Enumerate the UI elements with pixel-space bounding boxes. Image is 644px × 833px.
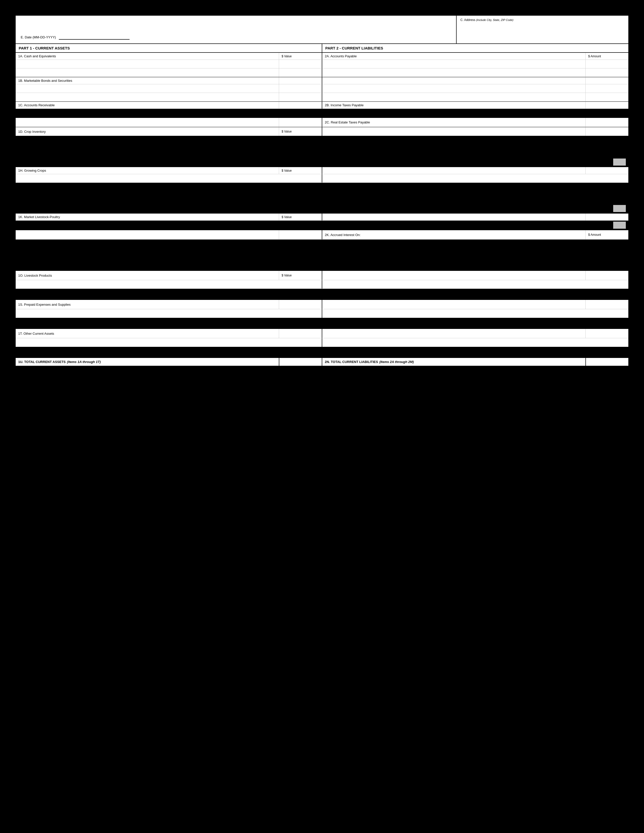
value-1A[interactable]: $ Value (279, 53, 322, 60)
label-1U: 1U. TOTAL CURRENT ASSETS (Items 1A throu… (16, 358, 279, 366)
row-1S-empty (16, 309, 628, 318)
right-2A: 2A. Accounts Payable $ Amount (322, 53, 628, 60)
total-row: 1U. TOTAL CURRENT ASSETS (Items 1A throu… (15, 357, 629, 366)
row-1S: 1S. Prepaid Expenses and Supplies (16, 300, 628, 309)
label-1K: 1K. Market Livestock-Poultry (16, 214, 279, 220)
black-gap-4 (15, 289, 629, 299)
label-2N: 2N. TOTAL CURRENT LIABILITIES (Items 2A … (322, 358, 585, 366)
row-1B-empty-1 (16, 84, 628, 93)
row-1T: 1T. Other Current Assets (16, 329, 628, 338)
value-1D[interactable]: $ Value (279, 127, 322, 136)
label-1T: 1T. Other Current Assets (16, 329, 279, 338)
label-1C: 1C. Accounts Receivable (16, 102, 279, 109)
date-row: E. Date (MM-DD-YYYY) (21, 33, 451, 40)
row-1H-empty (16, 174, 628, 183)
page: E. Date (MM-DD-YYYY) C. Address (Include… (0, 0, 644, 833)
section-1K: 1K. Market Livestock-Poultry $ Value 2K.… (15, 203, 629, 240)
row-1A-empty-2 (16, 68, 628, 77)
label-1S: 1S. Prepaid Expenses and Supplies (16, 300, 279, 309)
value-1H[interactable]: $ Value (279, 167, 322, 174)
value-1K[interactable]: $ Value (279, 214, 322, 220)
row-1O-empty (16, 280, 628, 289)
label-2K: 2K. Accrued Interest On: (322, 230, 585, 239)
row-1H: 1H. Growing Crops $ Value (16, 167, 628, 174)
section-1T: 1T. Other Current Assets (15, 328, 629, 347)
black-gap-5 (15, 318, 629, 328)
left-1A: 1A. Cash and Equivalents $ Value (16, 53, 322, 60)
black-gap-1 (15, 137, 629, 157)
value-1O[interactable]: $ Value (279, 271, 322, 280)
row-1O: 1O. Livestock Products $ Value (16, 271, 628, 280)
section-1O: 1O. Livestock Products $ Value (15, 270, 629, 289)
value-2N[interactable] (585, 358, 628, 366)
date-label: E. Date (MM-DD-YYYY) (21, 35, 56, 39)
black-gap-6 (15, 347, 629, 357)
address-hint: (Include City, State, ZIP Code) (476, 18, 514, 21)
date-input[interactable] (59, 35, 130, 40)
right-small-box-2 (613, 205, 626, 212)
address-label: C. Address (Include City, State, ZIP Cod… (460, 18, 625, 22)
right-small-box-3 (613, 222, 626, 229)
row-1B: 1B. Marketable Bonds and Securities (16, 77, 628, 84)
row-1C-2B: 1C. Accounts Receivable 2B. Income Taxes… (16, 101, 628, 109)
label-1U-italic: (Items 1A through 1T) (67, 360, 101, 364)
black-row-top-1K (16, 204, 628, 213)
label-2B: 2B. Income Taxes Payable (322, 102, 585, 109)
row-1K: 1K. Market Livestock-Poultry $ Value (16, 213, 628, 220)
part2-title: PART 2 - CURRENT LIABILITIES (322, 44, 628, 52)
section-1H: 1H. Growing Crops $ Value (15, 157, 629, 183)
row-1T-empty (16, 338, 628, 347)
value-1T[interactable] (279, 329, 322, 338)
black-gap-3 (15, 240, 629, 270)
label-2N-italic: (Items 2A through 2M) (379, 360, 414, 364)
section-1S: 1S. Prepaid Expenses and Supplies (15, 299, 629, 318)
value-1U[interactable] (279, 358, 322, 366)
right-small-box-1 (613, 159, 626, 166)
row-2C: 2C. Real Estate Taxes Payable (16, 118, 628, 127)
value-2K[interactable]: $ Amount (585, 230, 628, 239)
address-section: C. Address (Include City, State, ZIP Cod… (457, 16, 628, 43)
row-1A-empty-1 (16, 60, 628, 68)
label-2A: 2A. Accounts Payable (322, 53, 585, 60)
row-1D: 1D. Crop Inventory $ Value (16, 127, 628, 136)
row-1B-empty-2 (16, 93, 628, 101)
value-2A[interactable]: $ Amount (585, 53, 628, 60)
label-2C: 2C. Real Estate Taxes Payable (322, 118, 585, 127)
label-1H: 1H. Growing Crops (16, 167, 279, 174)
row-2K: 2K. Accrued Interest On: $ Amount (16, 230, 628, 240)
black-gap-2 (15, 183, 629, 203)
value-1S[interactable] (279, 300, 322, 309)
label-1B: 1B. Marketable Bonds and Securities (16, 77, 279, 84)
value-1B[interactable] (279, 77, 322, 84)
value-2C[interactable] (585, 118, 628, 127)
label-1D: 1D. Crop Inventory (16, 127, 279, 136)
black-row-mid-1K (16, 220, 628, 230)
value-1C[interactable] (279, 102, 322, 109)
address-value[interactable] (460, 23, 625, 41)
value-2B[interactable] (585, 102, 628, 109)
row-1A-2A: 1A. Cash and Equivalents $ Value 2A. Acc… (16, 52, 628, 60)
row-1C-black (16, 109, 628, 118)
label-1O: 1O. Livestock Products (16, 271, 279, 280)
black-row-top-1H (16, 158, 628, 167)
label-1A: 1A. Cash and Equivalents (16, 53, 279, 60)
part1-title: PART 1 - CURRENT ASSETS (16, 44, 322, 52)
part-titles-row: PART 1 - CURRENT ASSETS PART 2 - CURRENT… (16, 44, 628, 52)
